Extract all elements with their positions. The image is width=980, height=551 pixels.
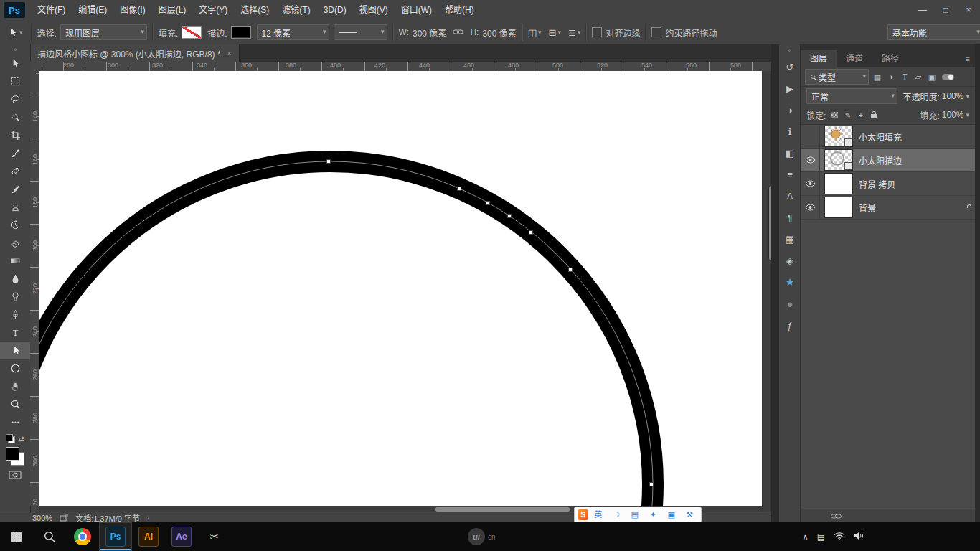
blend-mode-dropdown[interactable]: 正常 ▾ (806, 88, 897, 104)
window-menu[interactable]: 窗口(W) (395, 0, 438, 20)
status-share-icon[interactable] (60, 514, 68, 522)
quick-mask-button[interactable] (9, 471, 22, 481)
fullwidth-toggle[interactable]: ☽ (608, 508, 626, 522)
toolbar-collapse-button[interactable]: » (0, 44, 30, 55)
lang-toggle[interactable]: 英 (590, 508, 607, 522)
libraries-panel-icon[interactable]: ★ (779, 271, 801, 293)
link-dimensions-button[interactable] (453, 27, 463, 37)
gradient-tool[interactable] (0, 252, 30, 270)
snipping-tool-taskbar-icon[interactable]: ✂ (198, 522, 231, 551)
paragraph-panel-icon[interactable]: ¶ (779, 207, 801, 228)
tab-layers[interactable]: 图层 (801, 50, 837, 67)
volume-icon[interactable] (854, 532, 864, 542)
file-menu[interactable]: 文件(F) (31, 0, 72, 20)
3d-menu[interactable]: 3D(D) (317, 0, 353, 20)
select-menu[interactable]: 选择(S) (234, 0, 275, 20)
character-styles-panel-icon[interactable]: ƒ (779, 314, 801, 336)
shape-width-value[interactable]: 300 像素 (413, 27, 446, 39)
history-brush-tool[interactable] (0, 216, 30, 234)
restore-button[interactable]: □ (934, 0, 957, 20)
opacity-value[interactable]: 100% (942, 91, 964, 101)
select-mode-dropdown[interactable]: 现用图层 ▾ (60, 24, 147, 40)
glyphs-panel-icon[interactable]: ▦ (779, 228, 801, 250)
filter-menu[interactable]: 滤镜(T) (275, 0, 316, 20)
panel-menu-button[interactable]: ≡ (966, 55, 970, 63)
constrain-path-drag-checkbox[interactable] (651, 27, 661, 37)
ruler-origin-corner[interactable] (30, 62, 40, 72)
character-panel-icon[interactable]: A (779, 185, 801, 207)
network-icon[interactable] (834, 532, 845, 542)
dock-divider[interactable] (771, 44, 778, 522)
actions-panel-icon[interactable]: ▶ (779, 77, 801, 99)
lock-transparency-button[interactable] (831, 110, 839, 120)
ellipse-shape-tool[interactable] (0, 359, 30, 377)
visibility-toggle[interactable] (801, 196, 820, 219)
align-edges-checkbox[interactable] (592, 27, 602, 37)
clipboard-button[interactable]: ▣ (663, 508, 680, 522)
filter-adjustment-layers-icon[interactable]: ◑ (886, 72, 896, 81)
stroke-width-dropdown[interactable]: 12 像素 ▾ (257, 24, 329, 40)
layer-thumbnail[interactable] (824, 126, 853, 147)
stroke-type-dropdown[interactable]: ▾ (334, 24, 387, 40)
healing-brush-tool[interactable] (0, 162, 30, 180)
hand-tool[interactable] (0, 377, 30, 395)
tray-expand-icon[interactable]: ∧ (803, 532, 809, 542)
document-canvas[interactable] (39, 71, 762, 506)
layer-thumbnail[interactable] (824, 149, 853, 171)
tab-channels[interactable]: 通道 (837, 50, 872, 67)
layer-row-background-copy[interactable]: 背景 拷贝 (801, 172, 975, 196)
chrome-taskbar-icon[interactable] (66, 522, 99, 551)
zoom-tool[interactable] (0, 395, 30, 413)
move-tool[interactable] (0, 55, 30, 72)
view-menu[interactable]: 视图(V) (353, 0, 395, 20)
path-alignment-button[interactable]: ⊟▾ (549, 27, 561, 38)
info-panel-icon[interactable]: ℹ (779, 121, 801, 142)
crop-tool[interactable] (0, 126, 30, 144)
color-panel-icon[interactable]: ◧ (779, 142, 801, 164)
status-menu-chevron[interactable]: › (147, 514, 149, 522)
sogou-logo[interactable]: S (578, 509, 588, 520)
photoshop-taskbar-icon[interactable]: Ps (99, 522, 132, 551)
fill-opacity-value[interactable]: 100% (942, 110, 964, 120)
filter-type-layers-icon[interactable]: T (900, 72, 910, 81)
type-menu[interactable]: 文字(Y) (192, 0, 234, 20)
vertical-scrollbar[interactable] (762, 71, 772, 512)
filter-shape-layers-icon[interactable]: ▱ (913, 72, 923, 82)
adjustments-panel-icon[interactable]: ◑ (779, 99, 801, 121)
blur-tool[interactable] (0, 270, 30, 288)
layer-thumbnail[interactable] (824, 197, 853, 218)
filter-pixel-layers-icon[interactable]: ▦ (872, 72, 882, 82)
default-colors-button[interactable] (6, 434, 15, 443)
input-method-icon[interactable]: ▤ (817, 532, 825, 542)
layer-filter-toggle[interactable] (942, 74, 954, 80)
layer-row-sun-fill[interactable]: 小太阳填充 (801, 125, 975, 149)
layer-row-sun-stroke[interactable]: 小太阳描边 (801, 149, 975, 172)
visibility-toggle[interactable] (801, 125, 820, 148)
toolbox-button[interactable]: ⚒ (682, 508, 699, 522)
after-effects-taskbar-icon[interactable]: Ae (165, 522, 198, 551)
skin-button[interactable]: ✦ (645, 508, 662, 522)
path-selection-tool[interactable] (0, 342, 30, 359)
eyedropper-tool[interactable] (0, 144, 30, 162)
document-tab[interactable]: 描边风格小图标 @ 300% (小太阳描边, RGB/8) * × (30, 44, 240, 62)
lasso-tool[interactable] (0, 90, 30, 108)
tab-paths[interactable]: 路径 (872, 50, 908, 67)
edit-menu[interactable]: 编辑(E) (72, 0, 113, 20)
stroke-color-swatch[interactable] (231, 26, 251, 39)
minimize-button[interactable]: — (911, 0, 934, 20)
lock-position-button[interactable]: + (857, 110, 864, 120)
layer-row-background[interactable]: 背景 (801, 196, 975, 220)
tool-preset-button[interactable]: ▾ (4, 27, 26, 37)
vertical-ruler[interactable]: 140160180200220240260280300320 (30, 71, 39, 506)
lock-all-button[interactable] (870, 110, 877, 120)
tab-close-icon[interactable]: × (227, 49, 232, 57)
workspace-switcher[interactable]: 基本功能 ▾ (887, 24, 980, 40)
help-menu[interactable]: 帮助(H) (438, 0, 481, 20)
lock-paint-button[interactable]: ✎ (844, 110, 852, 120)
illustrator-taskbar-icon[interactable]: Ai (132, 522, 165, 551)
clone-stamp-tool[interactable] (0, 198, 30, 216)
horizontal-ruler[interactable]: 2803003203403603804004204404604805005205… (39, 62, 784, 72)
foreground-color-swatch[interactable] (6, 447, 19, 461)
start-button[interactable] (0, 522, 33, 551)
shape-height-value[interactable]: 300 像素 (482, 27, 516, 39)
